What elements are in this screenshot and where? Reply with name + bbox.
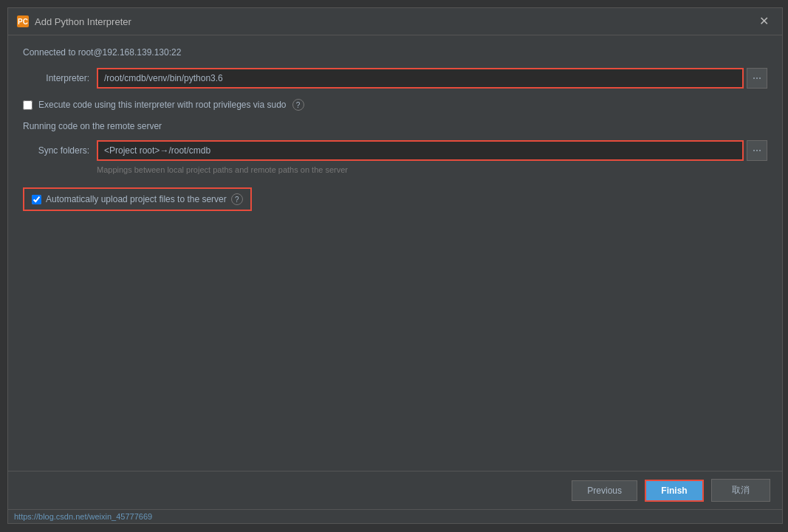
- app-icon: PC: [17, 15, 29, 27]
- root-privileges-row: Execute code using this interpreter with…: [23, 99, 767, 111]
- interpreter-row: Interpreter: ⋯: [23, 68, 767, 89]
- title-bar: PC Add Python Interpreter ✕: [8, 8, 782, 35]
- dialog-footer: Previous Finish 取消: [8, 471, 782, 509]
- running-section-title: Running code on the remote server: [23, 121, 767, 131]
- auto-upload-section: Automatically upload project files to th…: [23, 187, 252, 211]
- sync-folders-hint: Mappings between local project paths and…: [97, 165, 767, 174]
- add-python-interpreter-dialog: PC Add Python Interpreter ✕ Connected to…: [7, 7, 783, 524]
- auto-upload-help-icon[interactable]: ?: [231, 193, 243, 205]
- sync-folders-row: Sync folders: ⋯: [23, 140, 767, 161]
- status-url: https://blog.csdn.net/weixin_45777669: [14, 512, 152, 521]
- sync-folders-input-wrapper: ⋯: [97, 140, 767, 161]
- auto-upload-checkbox[interactable]: [32, 195, 41, 204]
- finish-button[interactable]: Finish: [645, 480, 704, 502]
- status-bar: https://blog.csdn.net/weixin_45777669: [8, 509, 782, 523]
- sync-folders-browse-button[interactable]: ⋯: [747, 140, 767, 161]
- interpreter-label: Interpreter:: [23, 73, 89, 83]
- close-button[interactable]: ✕: [755, 14, 773, 29]
- dialog-title: Add Python Interpreter: [35, 16, 749, 27]
- auto-upload-label: Automatically upload project files to th…: [46, 194, 227, 204]
- interpreter-input[interactable]: [97, 68, 744, 89]
- interpreter-input-wrapper: ⋯: [97, 68, 767, 89]
- interpreter-browse-button[interactable]: ⋯: [747, 68, 767, 89]
- root-privileges-label: Execute code using this interpreter with…: [38, 100, 287, 110]
- dialog-body: Connected to root@192.168.139.130:22 Int…: [8, 35, 782, 471]
- sync-folders-label: Sync folders:: [23, 145, 89, 156]
- root-privileges-help-icon[interactable]: ?: [292, 99, 304, 111]
- previous-button[interactable]: Previous: [572, 480, 637, 501]
- sync-folder-icon: ⋯: [753, 145, 761, 156]
- folder-icon: ⋯: [753, 73, 761, 83]
- sync-folders-input[interactable]: [97, 140, 744, 161]
- root-privileges-checkbox[interactable]: [23, 100, 32, 110]
- cancel-button[interactable]: 取消: [711, 479, 770, 502]
- connection-info: Connected to root@192.168.139.130:22: [23, 47, 767, 58]
